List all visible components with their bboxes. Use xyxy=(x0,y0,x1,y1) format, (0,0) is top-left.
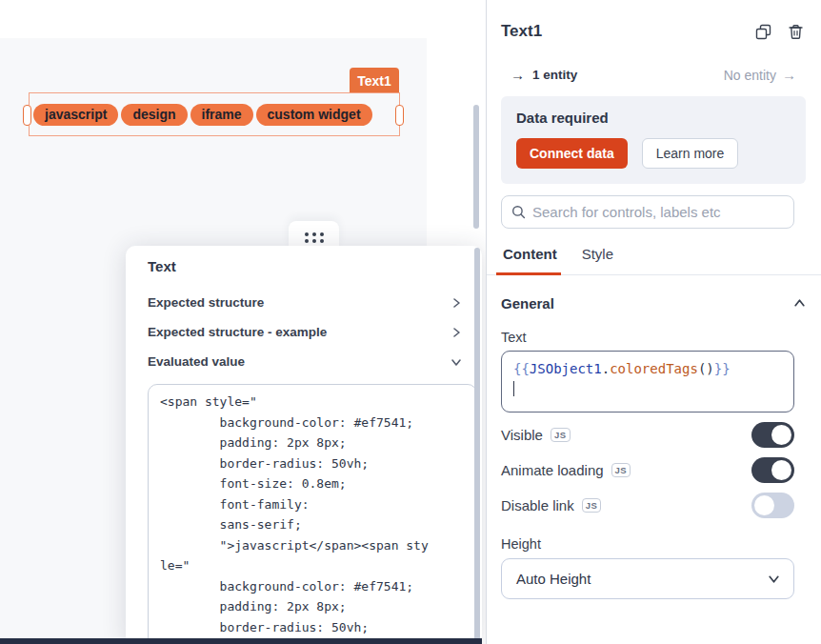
controls-search[interactable] xyxy=(501,195,794,229)
popup-title: Text xyxy=(148,258,468,274)
js-toggle-badge[interactable]: JS xyxy=(611,463,631,477)
text-cursor xyxy=(513,381,514,396)
drag-handle-dots-icon xyxy=(305,232,324,243)
animate-loading-toggle[interactable] xyxy=(751,457,794,483)
tag-pill: custom widget xyxy=(256,104,372,126)
tag-pill: design xyxy=(121,104,187,126)
height-field-label: Height xyxy=(501,536,806,552)
search-input[interactable] xyxy=(532,204,784,220)
arrow-right-icon: → xyxy=(511,67,525,83)
resize-handle-left[interactable] xyxy=(23,105,31,126)
height-dropdown[interactable]: Auto Height xyxy=(501,558,794,599)
editor-canvas-region: Text1 javascript design iframe custom wi… xyxy=(0,0,486,644)
disable-link-toggle[interactable] xyxy=(751,493,794,518)
widget-name-tag[interactable]: Text1 xyxy=(350,68,399,93)
text-binding-input[interactable]: {{JSObject1.coloredTags()}} xyxy=(501,351,794,413)
tag-pill: javascript xyxy=(33,104,118,126)
property-tabs: Content Style xyxy=(487,242,821,275)
data-required-card: Data required Connect data Learn more xyxy=(501,96,806,184)
expected-structure-row[interactable]: Expected structure xyxy=(148,288,468,317)
learn-more-button[interactable]: Learn more xyxy=(642,138,739,169)
search-icon xyxy=(511,205,526,219)
chevron-down-icon xyxy=(451,356,462,368)
popup-drag-handle[interactable] xyxy=(289,221,339,248)
evaluated-value-row[interactable]: Evaluated value xyxy=(148,347,468,376)
incoming-entities-link[interactable]: → 1 entity xyxy=(511,67,577,83)
tag-pill: iframe xyxy=(190,104,253,126)
data-required-title: Data required xyxy=(516,110,791,126)
property-pane: Text1 → 1 entity No entity → Data requir… xyxy=(487,0,821,644)
expected-structure-example-row[interactable]: Expected structure - example xyxy=(148,317,468,347)
text-widget-content[interactable]: javascript design iframe custom widget xyxy=(33,104,372,126)
chevron-down-icon xyxy=(768,573,780,585)
popup-scrollbar[interactable] xyxy=(474,248,480,644)
text-field-label: Text xyxy=(501,330,806,345)
disable-link-row: Disable link JS xyxy=(501,493,806,518)
chevron-up-icon xyxy=(793,297,806,310)
trash-icon[interactable] xyxy=(785,21,806,42)
chevron-right-icon xyxy=(451,327,462,338)
js-toggle-badge[interactable]: JS xyxy=(551,428,571,442)
binding-help-popup: Text Expected structure Expected structu… xyxy=(126,246,482,644)
canvas-scrollbar[interactable] xyxy=(473,105,479,229)
resize-handle-right[interactable] xyxy=(395,105,404,126)
js-toggle-badge[interactable]: JS xyxy=(582,498,602,513)
chevron-right-icon xyxy=(451,297,462,309)
canvas-bottom-edge xyxy=(0,638,482,644)
evaluated-value-code: <span style=" background-color: #ef7541;… xyxy=(148,384,477,644)
connect-data-button[interactable]: Connect data xyxy=(516,138,628,169)
visible-toggle[interactable] xyxy=(751,422,794,448)
tab-content[interactable]: Content xyxy=(503,242,557,274)
arrow-right-icon: → xyxy=(782,67,796,83)
general-section-header[interactable]: General xyxy=(501,295,806,312)
widget-title: Text1 xyxy=(501,22,542,41)
tab-style[interactable]: Style xyxy=(582,242,613,274)
animate-loading-row: Animate loading JS xyxy=(501,457,806,483)
copy-icon[interactable] xyxy=(752,21,773,42)
outgoing-entities-link[interactable]: No entity → xyxy=(724,67,796,83)
visible-row: Visible JS xyxy=(501,422,806,448)
